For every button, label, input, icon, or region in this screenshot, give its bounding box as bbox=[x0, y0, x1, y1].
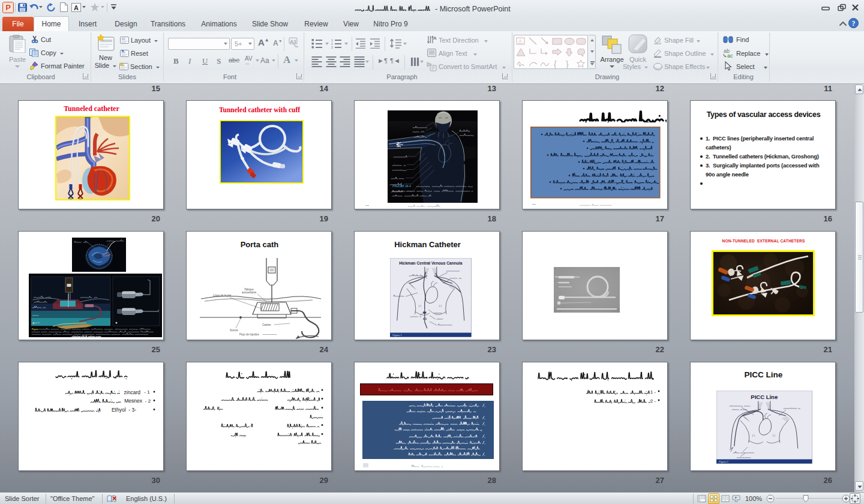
svg-text:ebtekarySLB yahoo.com: ebtekarySLB yahoo.com bbox=[72, 335, 101, 338]
svg-text:Figure 3: Figure 3 bbox=[718, 460, 728, 463]
svg-text:ac: ac bbox=[727, 53, 733, 58]
svg-text:PICC Line: PICC Line bbox=[751, 394, 778, 400]
svg-text:autosellante: autosellante bbox=[242, 291, 257, 294]
svg-text:Hickman Central Venous Cannula: Hickman Central Venous Cannula bbox=[399, 261, 462, 265]
svg-text:Sutura: Sutura bbox=[230, 329, 238, 332]
svg-text:A: A bbox=[519, 39, 521, 43]
svg-text:1 -: 1 - bbox=[650, 389, 656, 395]
svg-text:Flujo de líquidos: Flujo de líquidos bbox=[239, 333, 260, 336]
svg-text:2 -: 2 - bbox=[650, 398, 656, 404]
svg-text:?: ? bbox=[852, 19, 856, 28]
svg-text:- Microsoft PowerPoint: - Microsoft PowerPoint bbox=[435, 5, 511, 13]
svg-text:3: 3 bbox=[331, 46, 333, 49]
svg-text:}: } bbox=[566, 59, 569, 68]
svg-text:A: A bbox=[433, 35, 437, 41]
svg-text:Figure: Figure bbox=[32, 328, 38, 331]
svg-text:(·): (·) bbox=[439, 304, 442, 307]
svg-text:(·): (·) bbox=[773, 434, 776, 437]
svg-text:FIGURE 16-4: FIGURE 16-4 bbox=[392, 184, 411, 188]
svg-text:(·): (·) bbox=[752, 434, 755, 437]
svg-text:Catéter: Catéter bbox=[262, 323, 271, 326]
svg-text:Figure 2: Figure 2 bbox=[392, 334, 402, 337]
svg-text:Linea de la piel: Linea de la piel bbox=[213, 294, 231, 297]
svg-text:- 1: - 1 bbox=[144, 389, 150, 395]
svg-text:Mesnex: Mesnex bbox=[124, 398, 143, 404]
svg-text:{: { bbox=[554, 59, 557, 68]
svg-text:zincard: zincard bbox=[124, 389, 141, 395]
svg-text:(·): (·) bbox=[419, 304, 422, 307]
svg-text:Ethyol - 3-: Ethyol - 3- bbox=[112, 407, 136, 413]
svg-text:A3: A3 bbox=[290, 39, 296, 44]
svg-text:- 2: - 2 bbox=[145, 398, 151, 404]
